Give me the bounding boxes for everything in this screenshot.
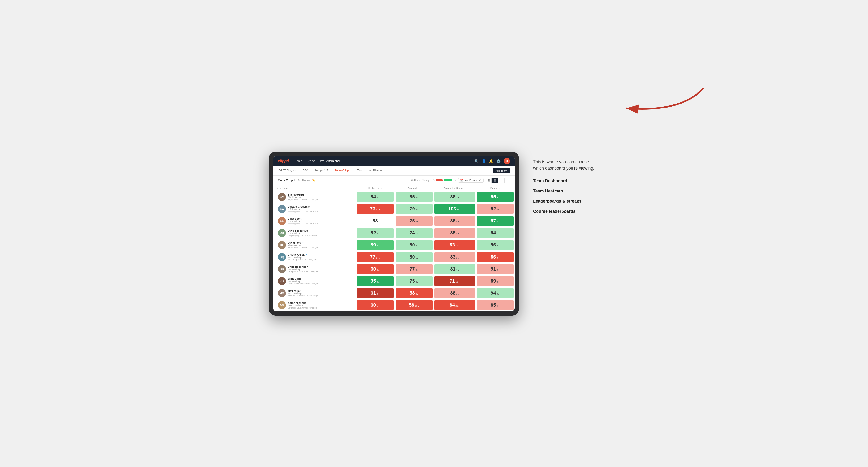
score-cell-around_green-5[interactable]: 83 6 xyxy=(434,251,476,263)
score-cell-putting-7[interactable]: 89 2 xyxy=(476,275,515,287)
score-cell-putting-8[interactable]: 94 3 xyxy=(476,287,515,299)
arrow-up-icon xyxy=(417,196,418,199)
score-cell-approach-9[interactable]: 58 10 xyxy=(395,299,434,311)
view-download-button[interactable]: ↓ xyxy=(504,178,510,183)
score-cell-off_tee-6[interactable]: 60 2 xyxy=(356,263,395,275)
score-cell-around_green-3[interactable]: 85 3 xyxy=(434,227,476,239)
score-cell-putting-9[interactable]: 85 4 xyxy=(476,299,515,311)
score-cell-around_green-9[interactable]: 84 21 xyxy=(434,299,476,311)
player-club: Drift Golf Club, United Kingdom xyxy=(288,307,317,309)
player-cell-5[interactable]: CQ Charlie Quick ✓ 6-10 Handicap St. Geo… xyxy=(273,251,356,263)
score-cell-approach-4[interactable]: 80 3 xyxy=(395,239,434,251)
nav-home[interactable]: Home xyxy=(294,159,302,163)
score-cell-off_tee-7[interactable]: 95 8 xyxy=(356,275,395,287)
edit-icon[interactable]: ✏️ xyxy=(312,179,315,182)
score-cell-putting-5[interactable]: 86 8 xyxy=(476,251,515,263)
score-change: 3 xyxy=(497,291,500,295)
view-grid-button[interactable]: ▦ xyxy=(486,178,492,183)
player-cell-9[interactable]: AN Aaron Nicholls 11-15 Handicap Drift G… xyxy=(273,299,356,311)
search-icon[interactable]: 🔍 xyxy=(474,159,478,163)
bell-icon[interactable]: 🔔 xyxy=(489,159,493,163)
player-cell-3[interactable]: DB Dave Billingham 1-5 Handicap Gog Mago… xyxy=(273,227,356,239)
score-cell-putting-0[interactable]: 95 9 xyxy=(476,191,515,203)
subnav-all-players[interactable]: All Players xyxy=(369,166,383,176)
score-cell-off_tee-8[interactable]: 61 3 xyxy=(356,287,395,299)
score-cell-around_green-6[interactable]: 81 4 xyxy=(434,263,476,275)
score-box: 82 4 xyxy=(356,228,394,238)
col-putting[interactable]: Putting → xyxy=(476,185,515,191)
score-change: 11 xyxy=(376,207,380,211)
score-cell-off_tee-5[interactable]: 77 14 xyxy=(356,251,395,263)
player-cell-2[interactable]: EE Elliot Ebert 1-5 Handicap Sunningdale… xyxy=(273,215,356,227)
score-box: 77 3 xyxy=(396,264,433,274)
arrow-up-icon xyxy=(498,293,500,295)
score-cell-off_tee-4[interactable]: 89 7 xyxy=(356,239,395,251)
col-off-tee[interactable]: Off the Tee → xyxy=(356,185,395,191)
score-cell-putting-6[interactable]: 91 3 xyxy=(476,263,515,275)
col-approach[interactable]: Approach → xyxy=(395,185,434,191)
nav-teams[interactable]: Teams xyxy=(307,159,315,163)
subnav-team-clippd[interactable]: Team Clippd xyxy=(334,166,351,176)
score-cell-putting-2[interactable]: 97 5 xyxy=(476,215,515,227)
score-value: 60 xyxy=(371,266,376,272)
score-cell-putting-1[interactable]: 92 3 xyxy=(476,203,515,215)
view-table-button[interactable]: ▤ xyxy=(492,178,498,183)
score-cell-around_green-4[interactable]: 83 10 xyxy=(434,239,476,251)
player-cell-7[interactable]: JC Josh Coles 1-5 Handicap Royal North D… xyxy=(273,275,356,287)
score-cell-approach-3[interactable]: 74 1 xyxy=(395,227,434,239)
score-change: 4 xyxy=(497,303,500,307)
player-name: Josh Coles xyxy=(288,277,321,280)
subnav-pga[interactable]: PGA xyxy=(302,166,309,176)
score-cell-off_tee-2[interactable]: 88 xyxy=(356,215,395,227)
score-value: 74 xyxy=(409,230,415,236)
score-change: 4 xyxy=(377,231,380,235)
arrow-up-icon xyxy=(498,245,500,247)
navbar: clippd Home Teams My Performance 🔍 👤 🔔 ⚙… xyxy=(273,156,515,166)
player-handicap: 1-5 Handicap xyxy=(288,208,321,210)
subnav-hcaps[interactable]: Hcaps 1-5 xyxy=(315,166,329,176)
score-cell-around_green-7[interactable]: 71 11 xyxy=(434,275,476,287)
score-cell-off_tee-0[interactable]: 84 6 xyxy=(356,191,395,203)
player-club: Sunningdale Golf Club, United Kingdom xyxy=(288,210,321,213)
person-icon[interactable]: 👤 xyxy=(482,159,486,163)
score-value: 88 xyxy=(372,218,378,224)
settings-icon[interactable]: ⚙️ xyxy=(497,159,500,163)
table-row: EE Elliot Ebert 1-5 Handicap Sunningdale… xyxy=(273,215,515,227)
round-change-bar: -5 +5 xyxy=(433,179,456,182)
score-cell-off_tee-1[interactable]: 73 11 xyxy=(356,203,395,215)
score-cell-approach-1[interactable]: 79 9 xyxy=(395,203,434,215)
score-cell-around_green-8[interactable]: 88 2 xyxy=(434,287,476,299)
last-rounds-button[interactable]: 📅 Last Rounds: 20 xyxy=(458,178,484,183)
col-player-quality[interactable]: Player Quality ↓ xyxy=(273,185,356,191)
score-cell-approach-5[interactable]: 80 1 xyxy=(395,251,434,263)
score-cell-approach-7[interactable]: 75 2 xyxy=(395,275,434,287)
score-cell-around_green-2[interactable]: 86 6 xyxy=(434,215,476,227)
score-cell-approach-8[interactable]: 58 4 xyxy=(395,287,434,299)
player-cell-0[interactable]: BM Blair McHarg Plus Handicap Royal Nort… xyxy=(273,191,356,203)
player-info: Dave Billingham 1-5 Handicap Gog Magog G… xyxy=(288,229,321,237)
nav-my-performance[interactable]: My Performance xyxy=(320,159,341,163)
score-cell-off_tee-3[interactable]: 82 4 xyxy=(356,227,395,239)
player-cell-6[interactable]: CR Chris Robertson ✓ 1-5 Handicap Craigm… xyxy=(273,263,356,275)
subnav-tour[interactable]: Tour xyxy=(356,166,363,176)
score-cell-putting-4[interactable]: 96 3 xyxy=(476,239,515,251)
subnav-pgat[interactable]: PGAT Players xyxy=(278,166,297,176)
score-cell-off_tee-9[interactable]: 60 1 xyxy=(356,299,395,311)
player-cell-8[interactable]: MM Matt Miller 6-10 Handicap Woburn Golf… xyxy=(273,287,356,299)
add-team-button[interactable]: Add Team xyxy=(493,168,510,173)
user-avatar[interactable]: U xyxy=(504,158,510,164)
player-cell-4[interactable]: DF David Ford ✓ Plus Handicap Royal Nort… xyxy=(273,239,356,251)
score-cell-around_green-0[interactable]: 88 1 xyxy=(434,191,476,203)
player-name: Matt Miller xyxy=(288,289,321,292)
player-cell-1[interactable]: EC Edward Crossman 1-5 Handicap Sunningd… xyxy=(273,203,356,215)
score-cell-approach-0[interactable]: 85 8 xyxy=(395,191,434,203)
score-box: 83 6 xyxy=(434,252,475,262)
view-list-button[interactable]: ☰ xyxy=(498,178,504,183)
score-cell-putting-3[interactable]: 94 1 xyxy=(476,227,515,239)
score-cell-approach-2[interactable]: 75 3 xyxy=(395,215,434,227)
player-info: Elliot Ebert 1-5 Handicap Sunningdale Go… xyxy=(288,217,321,225)
col-around-green[interactable]: Around the Green → xyxy=(434,185,476,191)
score-cell-around_green-1[interactable]: 103 15 xyxy=(434,203,476,215)
score-cell-approach-6[interactable]: 77 3 xyxy=(395,263,434,275)
score-change: 3 xyxy=(415,243,418,247)
